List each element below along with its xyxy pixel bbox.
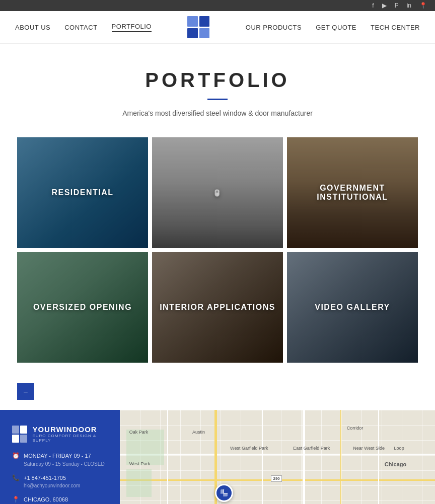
footer-phone: +1 847-451-1705 (24, 475, 66, 481)
footer-brand-name: YOURWINDOOR (32, 425, 108, 434)
grid-item-interior-label: INTERIOR APPLICATIONS (160, 303, 275, 312)
grid-item-government-overlay: GOVERNMENTINSTITUTIONAL (287, 137, 418, 248)
map-background: Oak Park Austin West Garfield Park East … (120, 410, 435, 504)
grid-item-interior-overlay: INTERIOR APPLICATIONS (152, 252, 283, 363)
nav-quote[interactable]: GET QUOTE (316, 24, 356, 31)
footer-email: hk@achyourwindoor.com (24, 482, 80, 489)
footer-phone-row: 📞 +1 847-451-1705 hk@achyourwindoor.com (12, 474, 108, 490)
pagination: – (0, 378, 435, 410)
map-label-chicago: Chicago (385, 461, 406, 467)
map-marker (215, 484, 233, 502)
footer-brand: YOURWINDOOR EURO COMFORT DESIGN & SUPPLY (32, 425, 108, 443)
map-marker-icon (221, 489, 228, 496)
nav-tech[interactable]: TECH CENTER (371, 24, 420, 31)
map-label-eastgarfield: East Garfield Park (293, 446, 330, 451)
grid-item-interior[interactable]: INTERIOR APPLICATIONS (152, 252, 283, 363)
nav-portfolio[interactable]: PORTFOLIO (112, 23, 152, 32)
grid-item-oversized[interactable]: OVERSIZED OPENING (17, 252, 148, 363)
footer-hours-sub: Saturday 09 - 15 Sunday - CLOSED (24, 460, 105, 468)
grid-item-government[interactable]: GOVERNMENTINSTITUTIONAL (287, 137, 418, 248)
grid-item-residential-overlay: RESIDENTIAL (17, 137, 148, 248)
page-subtitle: America's most diversified steel window … (10, 109, 425, 117)
map-label-corridor: Corridor (347, 426, 364, 431)
footer: YOURWINDOOR EURO COMFORT DESIGN & SUPPLY… (0, 410, 435, 504)
page-title: PORTFOLIO (10, 69, 425, 92)
portfolio-hero: PORTFOLIO America's most diversified ste… (0, 44, 435, 132)
logo[interactable] (187, 16, 209, 38)
footer-address: CHICAGO, 60068 (24, 496, 68, 502)
nav-products[interactable]: OUR PRODUCTS (246, 24, 302, 31)
footer-info: YOURWINDOOR EURO COMFORT DESIGN & SUPPLY… (0, 410, 120, 504)
footer-hours: MONDAY - FRIDAY 09 - 17 (24, 453, 91, 459)
social-pinterest[interactable]: P (395, 2, 399, 9)
map-label-westgarfield: West Garfield Park (230, 446, 268, 451)
nav-right: OUR PRODUCTS GET QUOTE TECH CENTER (246, 24, 420, 31)
map-label-nearwest: Near West Side (353, 446, 385, 451)
map-label-oakpark: Oak Park (129, 430, 149, 435)
title-divider (207, 99, 228, 100)
grid-item-video[interactable]: VIDEO GALLERY (287, 252, 418, 363)
footer-brand-sub: EURO COMFORT DESIGN & SUPPLY (32, 434, 108, 443)
social-youtube[interactable]: ▶ (382, 2, 387, 9)
footer-hours-row: ⏰ MONDAY - FRIDAY 09 - 17 Saturday 09 - … (12, 452, 108, 468)
grid-item-oversized-overlay: OVERSIZED OPENING (17, 252, 148, 363)
social-facebook[interactable]: f (372, 2, 374, 9)
grid-item-video-overlay: VIDEO GALLERY (287, 252, 418, 363)
location-icon: 📍 (12, 496, 20, 503)
grid-item-oversized-label: OVERSIZED OPENING (33, 303, 132, 312)
social-linkedin[interactable]: in (407, 2, 411, 9)
navbar: ABOUT US CONTACT PORTFOLIO OUR PRODUCTS … (0, 11, 435, 44)
page-button[interactable]: – (17, 383, 34, 400)
map-label-austin: Austin (192, 430, 205, 435)
social-location[interactable]: 📍 (419, 2, 427, 9)
clock-icon: ⏰ (12, 452, 20, 459)
grid-item-residential-label: RESIDENTIAL (51, 188, 113, 197)
grid-item-commercial[interactable]: 🖱️ (152, 137, 283, 248)
map-route-290: 290 (271, 475, 281, 482)
footer-logo: YOURWINDOOR EURO COMFORT DESIGN & SUPPLY (12, 425, 108, 443)
grid-item-commercial-overlay: 🖱️ (152, 137, 283, 248)
social-bar: f ▶ P in 📍 (0, 0, 435, 11)
grid-item-video-label: VIDEO GALLERY (315, 303, 390, 312)
map-label-loop: Loop (394, 446, 404, 451)
nav-about[interactable]: ABOUT US (15, 24, 50, 31)
portfolio-grid: RESIDENTIAL 🖱️ GOVERNMENTINSTITUTIONAL O… (0, 132, 435, 378)
nav-contact[interactable]: CONTACT (64, 24, 97, 31)
grid-item-residential[interactable]: RESIDENTIAL (17, 137, 148, 248)
grid-item-commercial-label: 🖱️ (213, 189, 222, 197)
nav-left: ABOUT US CONTACT PORTFOLIO (15, 23, 152, 32)
footer-address-row: 📍 CHICAGO, 60068 150 W. Higgins Rd. #102… (12, 495, 108, 504)
map-label-westpark: West Park (129, 461, 150, 466)
footer-logo-grid (12, 426, 27, 443)
grid-item-government-label: GOVERNMENTINSTITUTIONAL (317, 184, 388, 202)
phone-icon: 📞 (12, 474, 20, 481)
footer-map[interactable]: Oak Park Austin West Garfield Park East … (120, 410, 435, 504)
